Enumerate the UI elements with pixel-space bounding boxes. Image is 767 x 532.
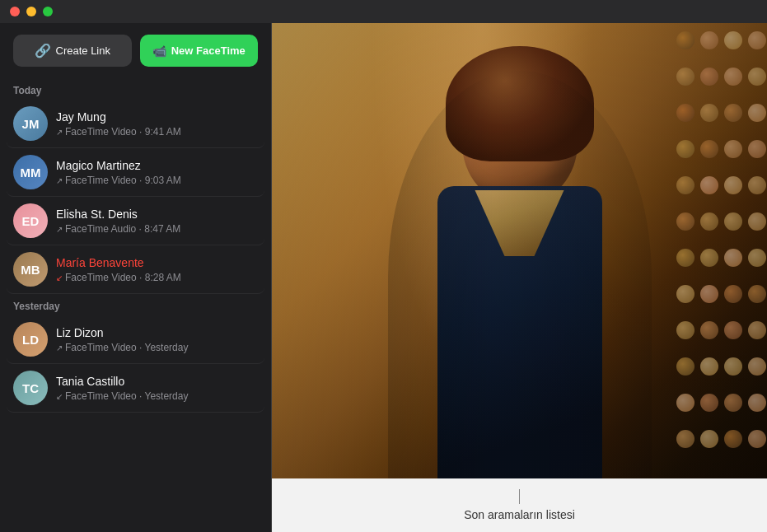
call-direction-icon: ↗ <box>56 343 63 352</box>
title-bar <box>0 0 767 23</box>
annotation-label: Son aramaların listesi <box>464 508 575 521</box>
call-info-maria-benavente: María Benavente ↙ FaceTime Video · 8:28 … <box>56 255 258 283</box>
call-direction-icon: ↗ <box>56 225 63 234</box>
new-facetime-button[interactable]: 📹 New FaceTime <box>140 35 259 67</box>
avatar-elisha-st-denis: ED <box>13 203 48 238</box>
link-icon: 🔗 <box>35 43 51 58</box>
call-details-liz-dizon: ↗ FaceTime Video · Yesterday <box>56 342 258 353</box>
photo-panel: Son aramaların listesi <box>272 23 767 532</box>
call-name-jay-mung: Jay Mung <box>56 110 258 124</box>
call-item-elisha-st-denis[interactable]: ED Elisha St. Denis ↗ FaceTime Audio · 8… <box>7 197 264 245</box>
call-details-magico-martinez: ↗ FaceTime Video · 9:03 AM <box>56 175 258 186</box>
call-direction-icon: ↗ <box>56 128 63 137</box>
call-item-tania-castillo[interactable]: TC Tania Castillo ↙ FaceTime Video · Yes… <box>7 364 264 413</box>
avatar-maria-benavente: MB <box>13 252 48 287</box>
annotation-line-vert <box>519 489 520 504</box>
minimize-button[interactable] <box>26 7 36 16</box>
avatar-jay-mung: JM <box>13 106 48 141</box>
call-item-maria-benavente[interactable]: MB María Benavente ↙ FaceTime Video · 8:… <box>7 245 264 294</box>
avatar-liz-dizon: LD <box>13 322 48 357</box>
call-name-tania-castillo: Tania Castillo <box>56 374 258 389</box>
recents-list: Today JM Jay Mung ↗ FaceTime Video · 9:4… <box>0 78 271 532</box>
call-details-elisha-st-denis: ↗ FaceTime Audio · 8:47 AM <box>56 223 258 235</box>
new-facetime-label: New FaceTime <box>171 44 246 57</box>
call-details-tania-castillo: ↙ FaceTime Video · Yesterday <box>56 390 258 402</box>
vignette <box>272 23 767 532</box>
call-item-magico-martinez[interactable]: MM Magico Martinez ↗ FaceTime Video · 9:… <box>7 148 264 197</box>
call-info-jay-mung: Jay Mung ↗ FaceTime Video · 9:41 AM <box>56 110 258 138</box>
toolbar: 🔗 Create Link 📹 New FaceTime <box>0 23 271 78</box>
photo-scene: Son aramaların listesi <box>272 23 767 532</box>
call-info-liz-dizon: Liz Dizon ↗ FaceTime Video · Yesterday <box>56 325 258 353</box>
traffic-lights <box>10 7 53 16</box>
call-name-elisha-st-denis: Elisha St. Denis <box>56 207 258 222</box>
create-link-button[interactable]: 🔗 Create Link <box>13 35 132 67</box>
fullscreen-button[interactable] <box>43 7 53 16</box>
avatar-tania-castillo: TC <box>13 371 48 405</box>
call-item-liz-dizon[interactable]: LD Liz Dizon ↗ FaceTime Video · Yesterda… <box>7 315 264 364</box>
call-details-jay-mung: ↗ FaceTime Video · 9:41 AM <box>56 126 258 138</box>
call-info-magico-martinez: Magico Martinez ↗ FaceTime Video · 9:03 … <box>56 158 258 186</box>
main-layout: 🔗 Create Link 📹 New FaceTime Today JM Ja… <box>0 23 767 532</box>
create-link-label: Create Link <box>56 44 110 57</box>
call-info-tania-castillo: Tania Castillo ↙ FaceTime Video · Yester… <box>56 374 258 402</box>
annotation-area: Son aramaların listesi <box>272 478 767 532</box>
sidebar: 🔗 Create Link 📹 New FaceTime Today JM Ja… <box>0 23 272 532</box>
call-name-magico-martinez: Magico Martinez <box>56 158 258 173</box>
call-name-maria-benavente: María Benavente <box>56 255 258 270</box>
missed-call-icon: ↙ <box>56 273 63 282</box>
yesterday-header: Yesterday <box>7 294 264 315</box>
today-header: Today <box>7 78 264 100</box>
avatar-magico-martinez: MM <box>13 155 48 189</box>
call-item-jay-mung[interactable]: JM Jay Mung ↗ FaceTime Video · 9:41 AM <box>7 100 264 148</box>
annotation-container: Son aramaların listesi <box>464 489 575 521</box>
call-direction-icon: ↗ <box>56 176 63 185</box>
close-button[interactable] <box>10 7 20 16</box>
call-name-liz-dizon: Liz Dizon <box>56 325 258 340</box>
call-direction-icon: ↙ <box>56 392 63 401</box>
call-info-elisha-st-denis: Elisha St. Denis ↗ FaceTime Audio · 8:47… <box>56 207 258 235</box>
call-details-maria-benavente: ↙ FaceTime Video · 8:28 AM <box>56 272 258 283</box>
video-camera-icon: 📹 <box>152 44 166 58</box>
